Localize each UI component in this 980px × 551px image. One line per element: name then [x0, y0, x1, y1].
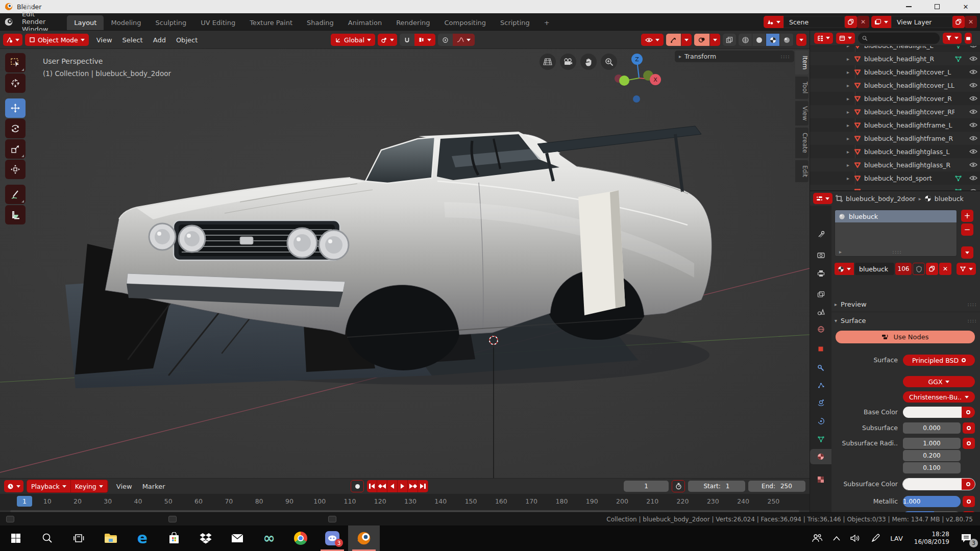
- material-unlink-button[interactable]: ✕: [939, 263, 951, 275]
- perspective-toggle-button[interactable]: [540, 54, 556, 70]
- tab-physics[interactable]: [810, 395, 831, 409]
- disclosure-icon[interactable]: ▸: [847, 176, 854, 181]
- overlays-dropdown[interactable]: [710, 34, 720, 46]
- gizmo-axis-y-ball[interactable]: [619, 76, 629, 86]
- preview-section-header[interactable]: ▸ Preview ::::: [835, 298, 977, 310]
- outliner-row[interactable]: ▸ bluebuck_headlight_R: [810, 52, 980, 65]
- tab-texture[interactable]: [810, 473, 831, 486]
- proportional-falloff-dropdown[interactable]: [453, 34, 475, 46]
- disclosure-icon[interactable]: ▸: [847, 69, 854, 75]
- play-button[interactable]: [398, 480, 408, 492]
- scene-delete-button[interactable]: ✕: [857, 16, 869, 28]
- auto-key-button[interactable]: [351, 480, 364, 492]
- workspace-tab[interactable]: Scripting: [493, 15, 537, 30]
- subsurface-radius-field[interactable]: 1.000: [903, 438, 961, 449]
- chrome-button[interactable]: [285, 525, 316, 551]
- volume-button[interactable]: [845, 525, 866, 551]
- tab-modifiers[interactable]: [810, 361, 831, 374]
- outliner-row[interactable]: ▸ bluebuck_headlightframe_R: [810, 132, 980, 145]
- tab-tool[interactable]: [810, 228, 831, 241]
- subsurface-socket-button[interactable]: [963, 422, 975, 434]
- workspace-tab[interactable]: Modeling: [104, 15, 148, 30]
- current-frame-field[interactable]: 1: [624, 481, 669, 492]
- outliner-row[interactable]: ▸ bluebuck_headlightframe_L: [810, 118, 980, 132]
- use-preview-range-button[interactable]: [672, 480, 685, 492]
- eye-icon[interactable]: [967, 56, 980, 61]
- npanel-tab[interactable]: Tool: [795, 77, 808, 98]
- surface-shader-button[interactable]: Principled BSD: [903, 355, 975, 366]
- discord-button[interactable]: 3: [316, 525, 348, 551]
- cursor-tool[interactable]: [5, 73, 26, 93]
- properties-editor-type-dropdown[interactable]: [813, 193, 832, 204]
- shading-solid-button[interactable]: [752, 34, 766, 46]
- viewport-menu-item[interactable]: View: [91, 36, 117, 44]
- measure-tool[interactable]: [5, 205, 26, 224]
- visibility-dropdown[interactable]: [641, 34, 664, 46]
- tab-output[interactable]: [810, 267, 831, 280]
- taskbar-clock[interactable]: 18:28 16/08/2019: [908, 531, 955, 546]
- outliner-row[interactable]: ▸ bluebuck_headlightcover_R: [810, 92, 980, 105]
- metallic-socket-button[interactable]: [963, 496, 975, 507]
- base-color-swatch[interactable]: [903, 407, 975, 418]
- subsurface-radius-socket-button[interactable]: [963, 438, 975, 449]
- menu-item[interactable]: Edit: [16, 10, 54, 18]
- minimize-button[interactable]: [894, 0, 923, 13]
- eye-icon[interactable]: [967, 83, 980, 88]
- scene-name[interactable]: Scene: [783, 16, 845, 28]
- tab-render[interactable]: [810, 248, 831, 262]
- npanel-tab[interactable]: Edit: [795, 160, 808, 182]
- show-gizmo-toggle[interactable]: [666, 34, 681, 46]
- scene-dropdown[interactable]: [764, 16, 783, 28]
- gizmo-axis-neg-z-ball[interactable]: [633, 95, 640, 103]
- shading-material-preview-button[interactable]: [766, 34, 780, 46]
- people-button[interactable]: [806, 525, 828, 551]
- npanel-tab[interactable]: Item: [795, 51, 808, 74]
- disclosure-icon[interactable]: ▸: [847, 46, 854, 48]
- outliner-row[interactable]: ▸ bluebuck_headlight_L: [810, 46, 980, 52]
- jump-to-start-button[interactable]: [367, 480, 377, 492]
- close-button[interactable]: ✕: [951, 0, 980, 13]
- mail-button[interactable]: [222, 525, 253, 551]
- rotate-tool[interactable]: [5, 119, 26, 138]
- disclosure-icon[interactable]: ▸: [847, 162, 854, 168]
- outliner-new-collection-button[interactable]: [965, 33, 972, 44]
- disclosure-icon[interactable]: ▸: [847, 109, 854, 115]
- eye-icon[interactable]: [967, 46, 980, 48]
- use-nodes-button[interactable]: Use Nodes: [836, 331, 975, 343]
- subsurface-method-dropdown[interactable]: Christensen-Bu..: [903, 391, 975, 403]
- tab-scene[interactable]: [810, 305, 831, 318]
- outliner-row[interactable]: ▸ bluebuck_headlightcover_RR: [810, 105, 980, 118]
- workspace-tab[interactable]: Texture Paint: [242, 15, 300, 30]
- scale-tool[interactable]: [5, 139, 26, 159]
- material-browse-dropdown[interactable]: [835, 263, 854, 275]
- outliner-row[interactable]: ▸ bluebuck_headlightcover_L: [810, 65, 980, 79]
- timeline-menu-dropdown[interactable]: Playback: [27, 480, 71, 492]
- outliner-row[interactable]: ▸ bluebuck_headlightglass_L: [810, 145, 980, 158]
- metallic-slider[interactable]: 1.000: [903, 496, 961, 507]
- snap-toggle[interactable]: [400, 34, 414, 46]
- subsurface-radius-field[interactable]: 0.100: [903, 462, 961, 473]
- transform-tool[interactable]: [5, 160, 26, 179]
- material-copy-button[interactable]: [926, 263, 938, 275]
- frame-end-field[interactable]: End:250: [748, 481, 805, 492]
- disclosure-icon[interactable]: ▸: [847, 56, 854, 62]
- menu-item[interactable]: Render: [16, 18, 54, 26]
- fake-user-toggle[interactable]: [913, 263, 925, 275]
- outliner-search[interactable]: [858, 33, 940, 44]
- disclosure-icon[interactable]: ▸: [847, 136, 854, 141]
- tab-constraints[interactable]: [810, 414, 831, 428]
- scene-copy-button[interactable]: [845, 16, 857, 28]
- timeline-ruler[interactable]: 1 10203040506070809010011012013014015016…: [0, 494, 810, 510]
- outliner-editor-type-dropdown[interactable]: [814, 33, 833, 44]
- move-tool[interactable]: [5, 98, 26, 118]
- show-overlays-toggle[interactable]: [694, 34, 709, 46]
- surface-section-header[interactable]: ▾ Surface ::::: [835, 315, 977, 326]
- current-frame-marker[interactable]: 1: [17, 496, 32, 507]
- task-view-button[interactable]: [63, 525, 95, 551]
- language-indicator[interactable]: LAV: [885, 525, 908, 551]
- timeline-editor-type-dropdown[interactable]: [4, 480, 23, 492]
- eye-icon[interactable]: [967, 96, 980, 101]
- transform-orientation-dropdown[interactable]: Global: [331, 34, 375, 46]
- view-layer-copy-button[interactable]: [952, 16, 965, 28]
- disclosure-icon[interactable]: ▸: [847, 122, 854, 128]
